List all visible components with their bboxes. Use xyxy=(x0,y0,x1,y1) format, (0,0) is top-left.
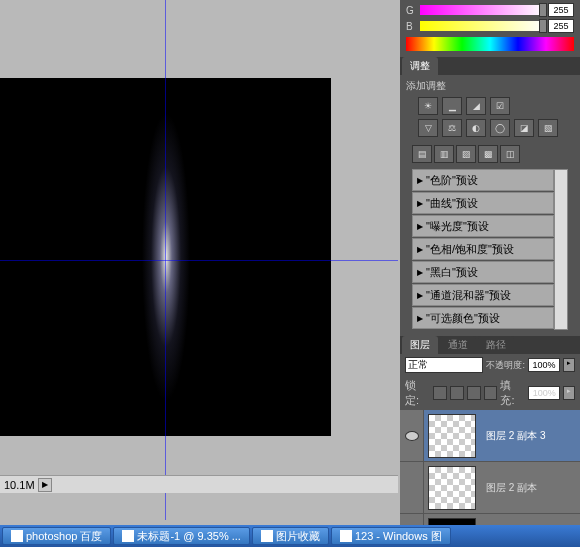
fill-dropdown-icon[interactable]: ▸ xyxy=(563,386,575,400)
preset-item[interactable]: ▶"色相/饱和度"预设 xyxy=(412,238,554,260)
opacity-label: 不透明度: xyxy=(486,359,525,372)
adjust-tabs: 调整 xyxy=(400,57,580,75)
adjust-row-2: ▽ ⚖ ◐ ◯ ◪ ▧ xyxy=(406,119,574,137)
scroll-right-button[interactable]: ▶ xyxy=(38,478,52,492)
layer-thumbnail[interactable] xyxy=(428,414,476,458)
right-panels: G 255 B 255 调整 添加调整 ☀ ▁ ◢ ☑ ▽ ⚖ ◐ ◯ ◪ ▧ xyxy=(400,0,580,525)
preset-item[interactable]: ▶"可选颜色"预设 xyxy=(412,307,554,329)
adjust-title: 添加调整 xyxy=(406,79,574,93)
adj-icon-2-5[interactable]: ▧ xyxy=(538,119,558,137)
b-slider[interactable] xyxy=(420,21,544,31)
tab-layers[interactable]: 图层 xyxy=(402,336,438,354)
preset-label: "曝光度"预设 xyxy=(426,219,489,234)
lock-transparency-icon[interactable] xyxy=(433,386,447,400)
lock-pixels-icon[interactable] xyxy=(450,386,464,400)
taskbar: photoshop 百度 未标题-1 @ 9.35% ... 图片收藏 123 … xyxy=(0,525,580,547)
adj-icon-2-0[interactable]: ▽ xyxy=(418,119,438,137)
adj-levels-icon[interactable]: ▁ xyxy=(442,97,462,115)
tab-adjust[interactable]: 调整 xyxy=(402,57,438,75)
adj-icon-3-0[interactable]: ▤ xyxy=(412,145,432,163)
expand-arrow-icon: ▶ xyxy=(417,245,423,254)
preset-item[interactable]: ▶"通道混和器"预设 xyxy=(412,284,554,306)
adj-icon-3-2[interactable]: ▨ xyxy=(456,145,476,163)
b-value[interactable]: 255 xyxy=(548,19,574,33)
layers-panel: 正常 不透明度: 100% ▸ 锁定: 填充: 100% ▸ 图层 2 副本 3… xyxy=(400,354,580,547)
g-label: G xyxy=(406,5,416,16)
lock-label: 锁定: xyxy=(405,378,430,408)
canvas-area: 10.1M ▶ xyxy=(0,0,400,520)
expand-arrow-icon: ▶ xyxy=(417,199,423,208)
b-label: B xyxy=(406,21,416,32)
app-icon xyxy=(11,530,23,542)
lock-position-icon[interactable] xyxy=(467,386,481,400)
layers-tabs: 图层 通道 路径 xyxy=(400,336,580,354)
app-icon xyxy=(261,530,273,542)
preset-scrollbar[interactable] xyxy=(554,169,568,330)
expand-arrow-icon: ▶ xyxy=(417,291,423,300)
color-panel: G 255 B 255 xyxy=(400,0,580,57)
adj-exposure-icon[interactable]: ☑ xyxy=(490,97,510,115)
opacity-value[interactable]: 100% xyxy=(528,358,560,372)
adj-icon-2-3[interactable]: ◯ xyxy=(490,119,510,137)
layer-item[interactable]: 图层 2 副本 xyxy=(400,462,580,514)
layer-name[interactable]: 图层 2 副本 3 xyxy=(480,429,580,443)
expand-arrow-icon: ▶ xyxy=(417,222,423,231)
expand-arrow-icon: ▶ xyxy=(417,268,423,277)
tab-channels[interactable]: 通道 xyxy=(440,336,476,354)
adj-icon-3-3[interactable]: ▩ xyxy=(478,145,498,163)
visibility-toggle[interactable] xyxy=(400,410,424,461)
preset-label: "可选颜色"预设 xyxy=(426,311,500,326)
fill-label: 填充: xyxy=(500,378,525,408)
adj-icon-3-1[interactable]: ▥ xyxy=(434,145,454,163)
lock-all-icon[interactable] xyxy=(484,386,498,400)
adj-icon-2-4[interactable]: ◪ xyxy=(514,119,534,137)
adjust-row-3: ▤ ▥ ▨ ▩ ◫ xyxy=(406,141,574,167)
preset-item[interactable]: ▶"曲线"预设 xyxy=(412,192,554,214)
preset-list: ▶"色阶"预设▶"曲线"预设▶"曝光度"预设▶"色相/饱和度"预设▶"黑白"预设… xyxy=(412,169,554,330)
preset-item[interactable]: ▶"曝光度"预设 xyxy=(412,215,554,237)
fill-value[interactable]: 100% xyxy=(528,386,560,400)
b-slider-knob[interactable] xyxy=(539,19,547,33)
guide-horizontal[interactable] xyxy=(0,260,398,261)
visibility-toggle[interactable] xyxy=(400,462,424,513)
g-slider-knob[interactable] xyxy=(539,3,547,17)
taskbar-item-2[interactable]: 图片收藏 xyxy=(252,527,329,545)
layer-thumbnail[interactable] xyxy=(428,466,476,510)
adj-icon-2-1[interactable]: ⚖ xyxy=(442,119,462,137)
expand-arrow-icon: ▶ xyxy=(417,176,423,185)
status-zoom: 10.1M xyxy=(4,479,35,491)
taskbar-item-1[interactable]: 未标题-1 @ 9.35% ... xyxy=(113,527,249,545)
taskbar-item-0[interactable]: photoshop 百度 xyxy=(2,527,111,545)
opacity-dropdown-icon[interactable]: ▸ xyxy=(563,358,575,372)
taskbar-item-3[interactable]: 123 - Windows 图 xyxy=(331,527,451,545)
adjust-row-1: ☀ ▁ ◢ ☑ xyxy=(406,97,574,115)
preset-label: "通道混和器"预设 xyxy=(426,288,511,303)
preset-label: "色相/饱和度"预设 xyxy=(426,242,514,257)
preset-label: "黑白"预设 xyxy=(426,265,478,280)
preset-label: "色阶"预设 xyxy=(426,173,478,188)
g-slider[interactable] xyxy=(420,5,544,15)
app-icon xyxy=(122,530,134,542)
color-spectrum[interactable] xyxy=(406,37,574,51)
layer-item[interactable]: 图层 2 副本 3 xyxy=(400,410,580,462)
g-value[interactable]: 255 xyxy=(548,3,574,17)
preset-label: "曲线"预设 xyxy=(426,196,478,211)
status-bar: 10.1M ▶ xyxy=(0,475,398,493)
preset-item[interactable]: ▶"色阶"预设 xyxy=(412,169,554,191)
adj-curves-icon[interactable]: ◢ xyxy=(466,97,486,115)
eye-icon xyxy=(405,431,419,441)
layer-name[interactable]: 图层 2 副本 xyxy=(480,481,580,495)
adj-icon-2-2[interactable]: ◐ xyxy=(466,119,486,137)
adjustments-panel: 添加调整 ☀ ▁ ◢ ☑ ▽ ⚖ ◐ ◯ ◪ ▧ ▤ ▥ ▨ ▩ ◫ ▶"色阶"… xyxy=(400,75,580,336)
adj-icon-3-4[interactable]: ◫ xyxy=(500,145,520,163)
expand-arrow-icon: ▶ xyxy=(417,314,423,323)
blend-mode-select[interactable]: 正常 xyxy=(405,357,483,373)
adj-brightness-icon[interactable]: ☀ xyxy=(418,97,438,115)
tab-paths[interactable]: 路径 xyxy=(478,336,514,354)
preset-item[interactable]: ▶"黑白"预设 xyxy=(412,261,554,283)
app-icon xyxy=(340,530,352,542)
